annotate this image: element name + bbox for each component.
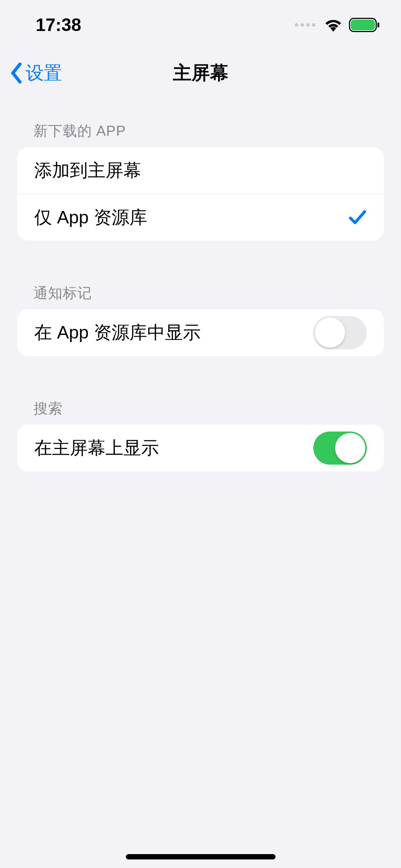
section-header-search: 搜索 (0, 399, 401, 425)
row-show-on-home: 在主屏幕上显示 (17, 425, 384, 471)
wifi-icon (324, 18, 343, 32)
status-icons (295, 18, 380, 32)
section-header-new-apps: 新下载的 APP (0, 121, 401, 147)
back-button-label: 设置 (26, 61, 62, 86)
toggle-label: 在主屏幕上显示 (34, 436, 159, 460)
group-badges: 在 App 资源库中显示 (17, 309, 384, 356)
group-search: 在主屏幕上显示 (17, 425, 384, 471)
status-time: 17:38 (36, 15, 81, 35)
nav-bar: 设置 主屏幕 (0, 50, 401, 96)
page-title: 主屏幕 (10, 61, 391, 86)
battery-icon (349, 18, 380, 32)
content: 新下载的 APP 添加到主屏幕 仅 App 资源库 通知标记 在 App 资源库… (0, 96, 401, 471)
option-app-library-only[interactable]: 仅 App 资源库 (17, 194, 384, 241)
chevron-left-icon (9, 62, 24, 84)
checkmark-icon (348, 208, 367, 227)
row-show-in-app-library: 在 App 资源库中显示 (17, 309, 384, 356)
svg-rect-1 (351, 20, 375, 30)
option-label: 添加到主屏幕 (34, 159, 141, 182)
cellular-dots-icon (295, 23, 315, 27)
toggle-label: 在 App 资源库中显示 (34, 321, 201, 345)
toggle-show-on-home[interactable] (313, 432, 367, 465)
group-new-apps: 添加到主屏幕 仅 App 资源库 (17, 147, 384, 241)
option-label: 仅 App 资源库 (34, 206, 147, 229)
section-header-badges: 通知标记 (0, 283, 401, 309)
status-bar: 17:38 (0, 0, 401, 50)
option-add-to-home[interactable]: 添加到主屏幕 (17, 147, 384, 194)
svg-rect-2 (377, 22, 379, 27)
home-indicator[interactable] (126, 854, 276, 859)
switch-knob (315, 317, 345, 348)
switch-knob (335, 433, 365, 463)
back-button[interactable]: 设置 (9, 61, 62, 86)
toggle-show-in-app-library[interactable] (313, 316, 367, 349)
